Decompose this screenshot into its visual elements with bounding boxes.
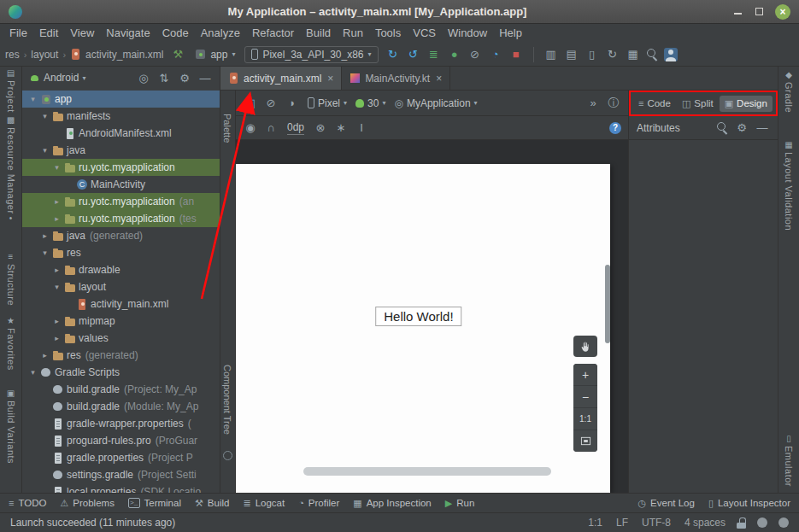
tree-row[interactable]: gradle-wrapper.properties( <box>22 415 220 432</box>
minimize-button[interactable] <box>732 6 743 17</box>
editor-tab-mainactivity-kt[interactable]: MainActivity.kt× <box>342 67 450 90</box>
menu-item-help[interactable]: Help <box>493 24 528 43</box>
menu-item-tools[interactable]: Tools <box>369 24 407 43</box>
tree-row[interactable]: gradle.properties(Project P <box>22 449 220 466</box>
textview-hello-world[interactable]: Hello World! <box>375 307 461 326</box>
tree-chevron-icon[interactable]: ▾ <box>27 368 38 377</box>
sdk-manager-icon[interactable]: ▦ <box>626 48 641 61</box>
view-options-icon[interactable]: ◉ <box>243 121 258 134</box>
tool-strip-item-favorites[interactable]: ★Favorites <box>0 316 21 371</box>
tree-row[interactable]: ▾layout <box>22 278 220 295</box>
render-warnings-icon[interactable]: ⓘ <box>606 96 621 111</box>
locate-file-icon[interactable]: ◎ <box>136 72 151 85</box>
zoom-level-button[interactable]: 1:1 <box>573 408 597 430</box>
design-variant-icon[interactable]: ◧ <box>243 96 258 109</box>
tree-chevron-icon[interactable]: ▸ <box>51 266 62 274</box>
tree-chevron-icon[interactable]: ▸ <box>51 317 62 325</box>
menu-item-edit[interactable]: Edit <box>33 24 64 43</box>
menu-item-analyze[interactable]: Analyze <box>195 24 246 43</box>
menu-item-window[interactable]: Window <box>442 24 493 43</box>
tree-chevron-icon[interactable]: ▸ <box>51 334 62 342</box>
zoom-in-button[interactable]: + <box>573 364 597 385</box>
menu-item-view[interactable]: View <box>64 24 100 43</box>
tree-row[interactable]: ▾ru.yotc.myapplication <box>22 159 220 176</box>
canvas-scrollbar[interactable] <box>605 265 610 343</box>
night-mode-icon[interactable]: ◑ <box>284 96 299 109</box>
tree-row[interactable]: activity_main.xml <box>22 295 220 313</box>
autoconnect-icon[interactable]: ∩ <box>263 121 279 134</box>
tree-chevron-icon[interactable]: ▸ <box>51 197 62 206</box>
feedback-icon[interactable] <box>778 517 789 528</box>
menu-item-run[interactable]: Run <box>337 24 369 43</box>
toolwindow-run[interactable]: ▶Run <box>445 498 475 509</box>
title-bar[interactable]: My Application – activity_main.xml [My_A… <box>0 0 799 24</box>
tree-chevron-icon[interactable]: ▾ <box>51 283 62 291</box>
toolwindow-layout-inspector[interactable]: ▯Layout Inspector <box>708 498 790 509</box>
collapse-all-icon[interactable]: ⇅ <box>156 72 172 85</box>
menu-item-build[interactable]: Build <box>300 24 337 43</box>
run-config-selector[interactable]: app ▾ <box>192 47 238 62</box>
user-avatar[interactable] <box>664 48 678 61</box>
toolwindow-profiler[interactable]: ◔Profiler <box>298 498 339 508</box>
device-selector[interactable]: Pixel_3a_API_30_x86 ▾ <box>244 46 378 63</box>
tree-row[interactable]: ▾java <box>22 142 220 159</box>
editor-tab-activity_main-xml[interactable]: activity_main.xml× <box>220 67 342 90</box>
menu-item-code[interactable]: Code <box>156 24 195 43</box>
hide-icon[interactable]: — <box>755 121 770 134</box>
issue-panel-icon[interactable] <box>223 451 232 460</box>
default-margin-selector[interactable]: 0dp <box>287 121 304 135</box>
tree-row[interactable]: ▸ru.yotc.myapplication(an <box>22 193 220 210</box>
tree-row[interactable]: ▾Gradle Scripts <box>22 364 220 381</box>
capture-icon[interactable]: ▤ <box>564 48 579 61</box>
tree-chevron-icon[interactable]: ▾ <box>39 112 50 120</box>
menu-item-file[interactable]: File <box>3 24 33 43</box>
zoom-out-button[interactable]: − <box>573 386 597 407</box>
status-1-1[interactable]: 1:1 <box>588 517 602 529</box>
build-hammer-icon[interactable]: ⚒ <box>170 48 185 61</box>
mode-design-button[interactable]: ▣Design <box>720 96 773 112</box>
tree-chevron-icon[interactable]: ▸ <box>39 231 50 240</box>
notifications-icon[interactable] <box>757 517 767 528</box>
search-icon[interactable] <box>716 121 729 134</box>
maximize-button[interactable] <box>754 6 765 17</box>
tree-chevron-icon[interactable]: ▾ <box>51 163 62 172</box>
tree-chevron-icon[interactable]: ▾ <box>39 146 50 155</box>
settings-icon[interactable]: ⚙ <box>734 121 749 134</box>
tool-strip-item-resource-manager[interactable]: ▩Resource Manager <box>0 115 21 214</box>
design-surface[interactable]: Hello World! + − <box>236 140 628 493</box>
infer-constraints-icon[interactable]: ∗ <box>333 121 349 134</box>
tool-strip-item-project[interactable]: ▤Project <box>0 68 21 113</box>
tree-row[interactable]: ▸res(generated) <box>22 347 220 364</box>
tree-row[interactable]: proguard-rules.pro(ProGuar <box>22 432 220 449</box>
tool-strip-item-build-variants[interactable]: ▣Build Variants <box>0 389 21 464</box>
clear-constraints-icon[interactable]: ⊗ <box>313 121 328 134</box>
tree-row[interactable]: build.gradle(Module: My_Ap <box>22 398 220 415</box>
tool-strip-item-structure[interactable]: ≡Structure <box>0 252 21 306</box>
tool-strip-item-gradle[interactable]: ◆Gradle <box>778 70 799 113</box>
status-4-spaces[interactable]: 4 spaces <box>684 517 726 529</box>
toolwindow-problems[interactable]: ⚠Problems <box>60 498 114 509</box>
tree-row[interactable]: ▸ru.yotc.myapplication(tes <box>22 210 220 227</box>
tree-row[interactable]: ▸values <box>22 330 220 347</box>
tree-chevron-icon[interactable]: ▾ <box>39 248 50 257</box>
orientation-icon[interactable]: ⊘ <box>263 96 279 109</box>
toolwindow-logcat[interactable]: ≣Logcat <box>243 498 285 509</box>
device-canvas[interactable]: Hello World! <box>236 164 610 493</box>
close-button[interactable]: × <box>775 4 790 20</box>
menu-item-navigate[interactable]: Navigate <box>100 24 156 43</box>
help-icon[interactable]: ? <box>609 122 621 134</box>
component-tree-tab[interactable]: Component Tree <box>222 365 232 435</box>
breadcrumb-item[interactable]: res <box>5 49 20 61</box>
tree-chevron-icon[interactable]: ▸ <box>51 214 62 223</box>
toolwindow-event-log[interactable]: ◷Event Log <box>638 498 695 509</box>
toolwindow-build[interactable]: ⚒Build <box>195 498 229 509</box>
tree-row[interactable]: ▾res <box>22 244 220 261</box>
theme-selector[interactable]: ◎ MyApplication ▾ <box>394 97 477 109</box>
device-manager-icon[interactable]: ▯ <box>585 48 600 61</box>
tree-row[interactable]: local.properties(SDK Locatio <box>22 483 220 493</box>
palette-tab[interactable]: Palette <box>222 114 232 143</box>
overflow-chevrons-icon[interactable]: » <box>585 96 601 109</box>
tree-row[interactable]: build.gradle(Project: My_Ap <box>22 381 220 398</box>
toolwindow-app-inspection[interactable]: ▦App Inspection <box>353 498 432 509</box>
run-icon[interactable]: ≣ <box>426 48 442 61</box>
